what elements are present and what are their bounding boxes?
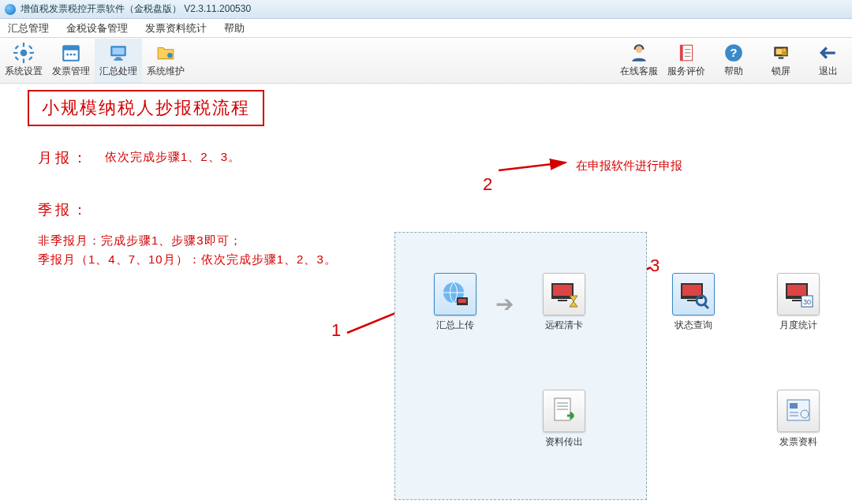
app-icon: [5, 4, 16, 15]
lock-screen-icon: [771, 43, 791, 63]
menu-invoice[interactable]: 发票资料统计: [145, 21, 207, 35]
svg-rect-38: [553, 285, 572, 296]
svg-rect-7: [14, 56, 18, 60]
step2-note: 在申报软件进行申报: [576, 159, 682, 174]
flow-arrow-icon: ➔: [495, 291, 514, 317]
card-invoice-data-label: 发票资料: [767, 435, 830, 449]
tbtn-help[interactable]: ? 帮助: [710, 39, 757, 83]
card-invoice-data[interactable]: [777, 390, 820, 432]
svg-rect-41: [682, 285, 701, 296]
svg-rect-17: [114, 59, 122, 61]
svg-rect-2: [22, 59, 24, 63]
card-remote-clear[interactable]: [543, 273, 585, 315]
svg-rect-42: [687, 300, 697, 301]
tbtn-label: 系统设置: [5, 65, 43, 78]
notebook-icon: [676, 43, 697, 63]
tbtn-label: 帮助: [724, 65, 743, 78]
toolbar-right: 在线客服 服务评价 ? 帮助 锁屏 退出: [615, 39, 852, 83]
document-export-icon: [548, 395, 580, 427]
svg-rect-55: [790, 403, 798, 409]
tbtn-system-settings[interactable]: 系统设置: [0, 39, 47, 83]
svg-line-32: [499, 162, 566, 170]
svg-rect-36: [458, 299, 466, 303]
monitor-search-icon: [678, 278, 709, 310]
toolbar: 系统设置 发票管理 汇总处理 系统维护 在线客服 服务评价 ? 帮助: [0, 38, 852, 84]
selection-area: [394, 232, 647, 500]
card-upload[interactable]: [434, 273, 476, 315]
globe-upload-icon: [439, 278, 471, 310]
tbtn-label: 系统维护: [147, 65, 185, 78]
monitor-hourglass-icon: [548, 278, 580, 310]
svg-point-11: [66, 54, 69, 56]
svg-point-12: [69, 54, 72, 56]
quarter-text2: 季报月（1、4、7、10月）：依次完成步骤1、2、3。: [38, 252, 337, 267]
card-status-query[interactable]: [672, 273, 715, 315]
svg-line-44: [704, 304, 708, 308]
menu-summary[interactable]: 汇总管理: [8, 21, 49, 35]
svg-rect-29: [778, 57, 783, 58]
tbtn-system-maint[interactable]: 系统维护: [142, 39, 189, 83]
agent-icon: [629, 43, 649, 63]
tbtn-label: 锁屏: [772, 65, 790, 78]
card-data-export[interactable]: [543, 390, 585, 432]
card-status-query-label: 状态查询: [662, 319, 725, 332]
tbtn-invoice-mgmt[interactable]: 发票管理: [47, 39, 95, 83]
svg-text:?: ?: [730, 46, 737, 59]
process-title-box: 小规模纳税人抄报税流程: [28, 90, 264, 126]
svg-rect-15: [112, 48, 124, 55]
tbtn-exit[interactable]: 退出: [805, 39, 852, 83]
tbtn-service-rating[interactable]: 服务评价: [663, 39, 710, 83]
tbtn-label: 汇总处理: [99, 65, 137, 78]
window-title: 增值税发票税控开票软件（金税盘版） V2.3.11.200530: [21, 2, 251, 16]
menu-device[interactable]: 金税设备管理: [66, 21, 128, 35]
quarter-label: 季报：: [38, 200, 90, 219]
step-number-1: 1: [331, 320, 341, 341]
monitor-calendar-icon: 30: [783, 278, 814, 310]
svg-point-0: [20, 50, 27, 57]
svg-point-19: [635, 46, 642, 53]
monthly-text: 依次完成步骤1、2、3。: [105, 150, 241, 165]
tbtn-label: 退出: [819, 65, 838, 78]
window-titlebar: 增值税发票税控开票软件（金税盘版） V2.3.11.200530: [0, 0, 852, 19]
menu-help[interactable]: 帮助: [224, 21, 245, 35]
card-remote-clear-label: 远程清卡: [532, 319, 596, 332]
card-monthly-stats[interactable]: 30: [777, 273, 820, 315]
svg-rect-10: [63, 46, 79, 50]
svg-rect-47: [792, 300, 802, 301]
tbtn-summary-process[interactable]: 汇总处理: [95, 39, 142, 83]
tbtn-label: 发票管理: [52, 65, 90, 78]
svg-rect-21: [680, 45, 682, 61]
content-area: 小规模纳税人抄报税流程 月报： 依次完成步骤1、2、3。 季报： 非季报月：完成…: [0, 84, 852, 504]
exit-icon: [818, 43, 839, 63]
svg-rect-46: [787, 285, 806, 296]
menu-bar: 汇总管理 金税设备管理 发票资料统计 帮助: [0, 19, 852, 38]
card-data-export-label: 资料传出: [532, 435, 596, 449]
folder-gear-icon: [155, 43, 176, 63]
svg-rect-39: [558, 300, 567, 301]
step-number-2: 2: [483, 174, 492, 195]
svg-rect-30: [782, 51, 787, 55]
quarter-text1: 非季报月：完成步骤1、步骤3即可；: [38, 233, 242, 248]
svg-rect-16: [115, 57, 121, 58]
card-upload-label: 汇总上传: [424, 319, 487, 332]
svg-text:30: 30: [803, 298, 811, 306]
invoice-doc-icon: [783, 395, 814, 427]
monitor-icon: [108, 43, 129, 63]
svg-rect-1: [22, 43, 24, 47]
svg-rect-5: [14, 45, 18, 49]
svg-rect-8: [28, 45, 32, 49]
toolbar-left: 系统设置 发票管理 汇总处理 系统维护: [0, 39, 189, 83]
tbtn-online-service[interactable]: 在线客服: [615, 39, 663, 83]
tbtn-lock[interactable]: 锁屏: [757, 39, 805, 83]
gear-icon: [13, 43, 34, 63]
svg-rect-3: [13, 52, 17, 54]
svg-rect-4: [29, 52, 33, 54]
svg-point-18: [167, 53, 173, 58]
tbtn-label: 服务评价: [667, 65, 705, 78]
arrow-step2: [495, 156, 574, 176]
svg-rect-6: [28, 56, 32, 60]
help-icon: ?: [723, 43, 744, 63]
card-monthly-stats-label: 月度统计: [767, 319, 830, 332]
calendar-icon: [61, 43, 81, 63]
svg-point-13: [73, 54, 75, 56]
